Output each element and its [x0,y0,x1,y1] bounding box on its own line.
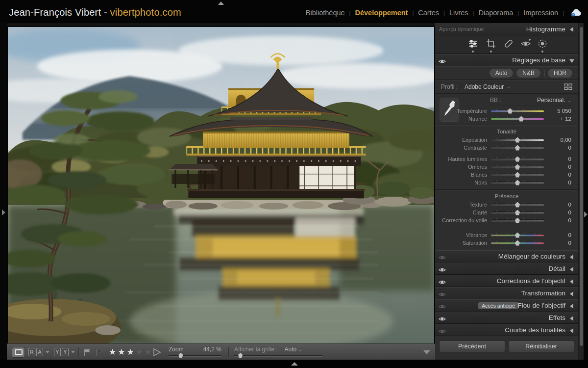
profile-browser-icon[interactable] [564,83,572,92]
redeye-tool-icon[interactable] [520,38,531,49]
hdr-button[interactable]: HDR [548,69,572,78]
histogram-header-label: Histogramme [526,26,565,33]
panel-header-tone-curve[interactable]: Courbe des tonalités [435,324,578,336]
temperature-slider[interactable] [491,110,544,112]
shadows-slider[interactable] [491,166,544,168]
toolbar-options-arrow-icon[interactable] [423,350,430,354]
flag-pick-button[interactable] [83,344,91,360]
panel-header-lens-corrections[interactable]: Corrections de l’objectif [435,275,578,287]
clarity-slider[interactable] [491,212,544,213]
blacks-knob[interactable] [515,180,520,185]
cloud-sync-icon[interactable] [570,9,581,18]
panel-scrollbar-thumb[interactable] [580,27,583,346]
exposure-slider[interactable] [491,139,544,141]
eye-toggle-icon[interactable] [439,290,446,296]
grid-slider-knob[interactable] [238,353,243,358]
eye-toggle-icon[interactable] [439,266,446,272]
highlights-knob[interactable] [515,157,520,162]
zoom-slider[interactable] [169,355,221,356]
auto-button[interactable]: Auto [490,69,514,78]
tint-knob[interactable] [518,116,524,122]
temperature-slider-row: Température 5 050 [435,107,578,115]
contrast-slider[interactable] [491,147,544,149]
module-bibliotheque[interactable]: Bibliothèque [306,9,345,17]
collapse-right-panel-arrow-icon[interactable] [584,211,588,217]
photo-kinkakuji-canvas[interactable] [8,27,434,343]
loupe-view-button[interactable] [12,344,25,360]
show-left-panel-arrow-icon[interactable] [2,210,5,215]
exposure-knob[interactable] [515,137,520,143]
eye-toggle-icon[interactable] [439,303,446,309]
shadows-knob[interactable] [515,164,520,170]
module-livres[interactable]: Livres [449,9,468,17]
whites-knob[interactable] [515,172,520,178]
panel-header-effects[interactable]: Effets [435,312,578,324]
collapse-top-panel-arrow-icon[interactable] [218,1,224,5]
panel-header-lens-blur[interactable]: Accès anticipé Flou de l’objectif [435,299,578,312]
profile-dropdown[interactable]: Adobe Couleur [465,83,504,90]
panel-header-color-mixer[interactable]: Mélangeur de couleurs [435,250,578,263]
dehaze-knob[interactable] [515,218,520,223]
bw-button[interactable]: N&B [516,69,540,78]
grid-size-slider[interactable] [234,355,322,356]
basic-header-label: Réglages de base [512,56,565,64]
identity-site-link[interactable]: vibertphoto.com [110,7,181,18]
histogram-panel-header[interactable]: Aperçu dynamique Histogramme [435,23,578,35]
module-cartes[interactable]: Cartes [418,9,439,17]
saturation-knob[interactable] [515,240,520,246]
module-developpement[interactable]: Développement [355,9,408,17]
star-rating[interactable]: ★★★★★ [109,344,153,360]
dropdown-arrow-icon[interactable] [71,351,75,353]
basic-panel-header[interactable]: Réglages de base [435,54,578,66]
stars-filled[interactable]: ★★★ [109,347,136,357]
flag-reject-button[interactable] [95,344,103,360]
module-impression[interactable]: Impression [523,9,558,17]
dropdown-arrow-icon[interactable] [46,351,49,353]
saturation-slider[interactable] [491,242,544,244]
temperature-knob[interactable] [507,108,513,114]
tint-value: + 12 [544,116,578,122]
crop-tool-icon[interactable] [486,38,496,49]
masking-tool-icon[interactable] [537,38,548,49]
panel-header-detail[interactable]: Détail [435,263,578,275]
eye-toggle-icon[interactable] [439,327,446,333]
panel-header-transform[interactable]: Transformation [435,287,578,299]
contrast-knob[interactable] [515,145,520,151]
eye-toggle-icon[interactable] [439,315,446,321]
compare-view-button[interactable]: YY [54,344,75,360]
zoom-slider-knob[interactable] [178,353,183,358]
whites-slider[interactable] [491,174,544,176]
dehaze-slider[interactable] [491,220,544,221]
module-diaporama[interactable]: Diaporama [478,9,513,17]
filmstrip-collapsed-strip[interactable] [0,360,588,368]
texture-slider[interactable] [491,204,544,206]
reference-view-button[interactable]: RA [28,344,49,360]
highlights-slider[interactable] [491,158,544,160]
eye-toggle-icon[interactable] [439,278,446,284]
exposure-value: 0,00 [544,137,578,143]
chevron-down-icon[interactable]: ⌄ [567,98,571,103]
chevron-down-icon[interactable]: ⌄ [507,84,511,89]
panel-scrollbar[interactable] [578,23,584,360]
show-filmstrip-arrow-icon[interactable] [291,362,298,366]
healing-tool-icon[interactable] [503,38,514,49]
blacks-slider[interactable] [491,182,544,184]
eye-toggle-icon[interactable] [439,57,446,63]
basic-auto-row: Auto N&B HDR [435,66,578,80]
eye-toggle-icon[interactable] [439,254,446,260]
texture-knob[interactable] [515,202,520,208]
presence-block: Présence Texture 0 Clarté 0 Correction d… [435,190,578,250]
slideshow-play-button[interactable] [152,344,162,360]
right-edge-strip[interactable] [584,23,588,360]
reset-button[interactable]: Réinitialiser [508,341,574,352]
vibrance-slider[interactable] [491,235,544,236]
previous-button[interactable]: Précédent [439,341,505,352]
wb-preset-row[interactable]: BB : Personnal.⌄ [490,97,571,105]
tint-slider[interactable] [491,118,544,120]
edit-sliders-tool-icon[interactable] [467,38,478,49]
stars-empty[interactable]: ★★ [136,347,153,357]
left-panel-collapsed-strip[interactable] [0,23,7,360]
grid-mode-dropdown[interactable]: Auto ⌄ [284,346,302,353]
clarity-knob[interactable] [515,210,520,215]
vibrance-knob[interactable] [515,233,520,238]
